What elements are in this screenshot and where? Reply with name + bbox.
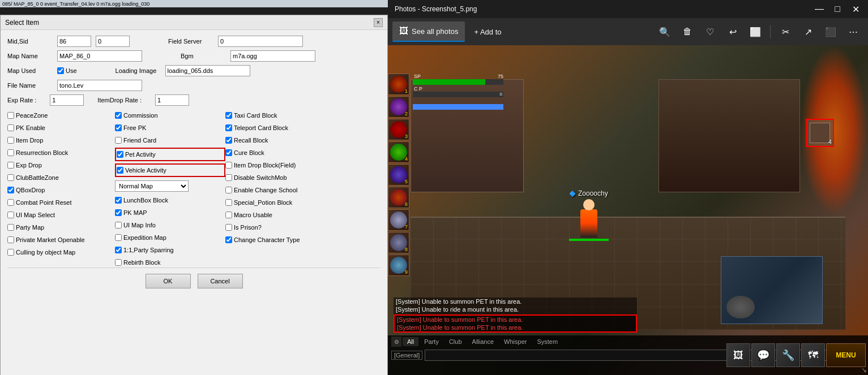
highlighted-item[interactable]: 4	[806, 119, 834, 147]
cb-isprison-input[interactable]	[225, 224, 232, 231]
cb-privatemarket-input[interactable]	[7, 236, 14, 243]
zoom-button[interactable]: 🔍	[655, 21, 675, 42]
cb-freepk-input[interactable]	[115, 124, 122, 131]
minimize-button[interactable]: —	[814, 4, 825, 14]
dialog-close-button[interactable]: ×	[374, 18, 383, 27]
cb-clubbattlezone: ClubBattleZone	[7, 173, 115, 183]
cb-pkmap-input[interactable]	[115, 209, 122, 216]
cb-friendcard-input[interactable]	[115, 137, 122, 144]
cb-cureblock-input[interactable]	[225, 149, 232, 156]
cb-disableswitchmob-input[interactable]	[225, 174, 232, 181]
cb-uimapinfo-input[interactable]	[115, 222, 122, 229]
cb-clubbattlezone-input[interactable]	[7, 174, 14, 181]
char-head	[583, 199, 595, 210]
skill-slot-2[interactable]: 2	[388, 96, 409, 118]
more-button[interactable]: ⋯	[843, 21, 863, 42]
ok-button[interactable]: OK	[146, 274, 191, 288]
cb-culling-input[interactable]	[7, 249, 14, 256]
crop-button[interactable]: ⬜	[745, 21, 766, 42]
cb-specialpotionblock-input[interactable]	[225, 199, 232, 206]
skill-slot-9[interactable]: 9	[388, 255, 409, 276]
cb-itemdropblockfield-input[interactable]	[225, 162, 232, 169]
edit-button[interactable]: ✂	[775, 21, 796, 42]
mid-input[interactable]	[57, 36, 91, 47]
char-body	[580, 209, 597, 238]
sid-input[interactable]	[96, 36, 130, 47]
cb-partymap-input[interactable]	[7, 224, 14, 231]
tab-system[interactable]: System	[532, 337, 562, 346]
dialog-body: Mid,Sid Field Server Map Name Bgm Map Us…	[1, 30, 387, 375]
skill-slot-1[interactable]: 1	[388, 74, 409, 95]
menu-button[interactable]: MENU	[826, 343, 866, 367]
rotate-button[interactable]: ↩	[722, 21, 743, 42]
cb-1v1party-input[interactable]	[115, 247, 122, 253]
chat-icon-btn[interactable]: 💬	[751, 343, 775, 367]
cb-commission-input[interactable]	[115, 112, 122, 119]
photos-app: Photos - Screenshot_5.png — □ ✕ 🖼 See al…	[388, 0, 868, 375]
tab-all[interactable]: All	[403, 337, 418, 346]
screenshot-icon-btn[interactable]: 🖼	[726, 343, 750, 367]
map-icon-btn[interactable]: 🗺	[801, 343, 825, 367]
cb-qboxdrop-input[interactable]	[7, 187, 14, 193]
cb-vehicleactivity-input[interactable]	[117, 167, 123, 174]
cb-peacezone-input[interactable]	[7, 112, 14, 119]
filename-label: File Name	[7, 82, 53, 89]
cb-petactivity-input[interactable]	[117, 151, 123, 158]
char-name-area: 🔷 Zoooochy	[569, 189, 608, 197]
tab-club[interactable]: Club	[444, 337, 467, 346]
cb-pkenable-input[interactable]	[7, 124, 14, 131]
tab-party[interactable]: Party	[420, 337, 443, 346]
see-all-photos-button[interactable]: 🖼 See all photos	[392, 21, 465, 42]
skill-slot-4[interactable]: 4	[388, 141, 409, 163]
cb-changecharactertype-input[interactable]	[225, 236, 232, 243]
filename-input[interactable]	[57, 80, 142, 91]
add-to-button[interactable]: + Add to	[467, 21, 508, 42]
cb-expeditionmap-input[interactable]	[115, 234, 122, 241]
exp-bar-fill	[413, 104, 503, 110]
resize-handle[interactable]: ↘	[861, 366, 867, 374]
fullscreen-button[interactable]: ⬛	[820, 21, 841, 42]
item-thumbnail	[810, 123, 830, 143]
cb-rebirthblock-input[interactable]	[115, 259, 122, 266]
zoom-icon: 🔍	[659, 27, 670, 37]
share-button[interactable]: ↗	[798, 21, 818, 42]
mapused-checkbox[interactable]	[57, 67, 64, 74]
exprate-input[interactable]	[50, 94, 84, 106]
delete-button[interactable]: 🗑	[677, 21, 698, 42]
skill-slot-3[interactable]: 3	[388, 119, 409, 140]
cb-itemdrop-input[interactable]	[7, 137, 14, 144]
skill-slot-5[interactable]: 5	[388, 164, 409, 186]
cb-macrousable-input[interactable]	[225, 212, 232, 218]
loading-image-input[interactable]	[165, 65, 250, 76]
normalmap-dropdown[interactable]: Normal Map Party Map PK Map War Map	[115, 180, 189, 192]
bgm-input[interactable]	[230, 50, 315, 62]
cb-lunchboxblock-input[interactable]	[115, 197, 122, 204]
cb-disableswitchmob: Disable SwitchMob	[225, 173, 333, 183]
mapused-checkbox-label[interactable]: Use	[57, 67, 77, 74]
cb-cullingbyobjectmap: Culling by object Map	[7, 247, 115, 257]
cb-recallblock-input[interactable]	[225, 137, 232, 144]
tools-icon-btn[interactable]: 🔧	[776, 343, 800, 367]
tab-whisper[interactable]: Whisper	[499, 337, 531, 346]
photos-icon: 🖼	[399, 26, 408, 36]
skill-slot-7[interactable]: 7	[388, 209, 409, 231]
cb-teleportcardblock-input[interactable]	[225, 124, 232, 131]
cb-uimapselect-input[interactable]	[7, 212, 14, 218]
cb-combatpointreset-input[interactable]	[7, 199, 14, 206]
filename-row: File Name	[7, 80, 380, 91]
field-server-input[interactable]	[218, 36, 303, 47]
tab-alliance[interactable]: Alliance	[468, 337, 499, 346]
itemdroprate-input[interactable]	[155, 94, 189, 106]
chat-settings-icon[interactable]: ⚙	[391, 337, 401, 347]
cancel-button[interactable]: Cancel	[198, 274, 243, 288]
cb-enablechangeschool-input[interactable]	[225, 187, 232, 193]
skill-slot-6[interactable]: 6	[388, 187, 409, 208]
close-window-button[interactable]: ✕	[850, 4, 861, 15]
mapname-input[interactable]	[57, 50, 142, 62]
cb-resurrection-input[interactable]	[7, 149, 14, 156]
cb-expdrop-input[interactable]	[7, 162, 14, 169]
cb-taxicardblock-input[interactable]	[225, 112, 232, 119]
maximize-button[interactable]: □	[832, 4, 843, 14]
favorite-button[interactable]: ♡	[700, 21, 720, 42]
skill-slot-8[interactable]: 8	[388, 232, 409, 253]
